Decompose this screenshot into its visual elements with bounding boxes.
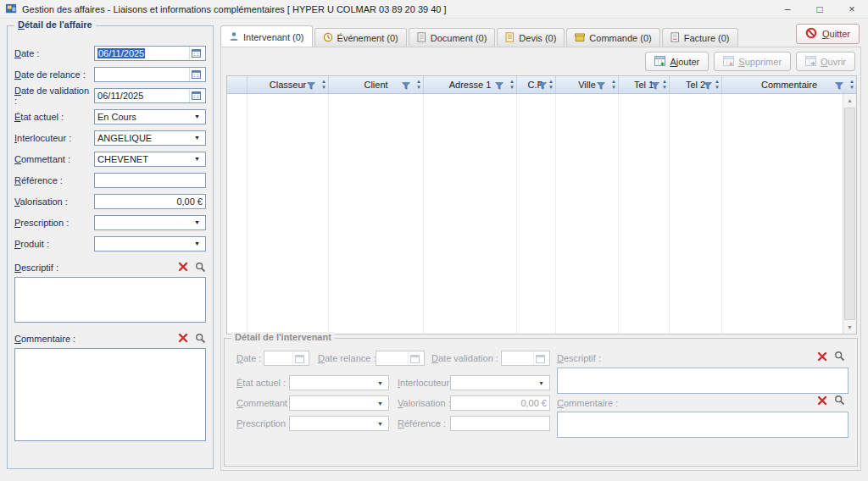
supprimer-button[interactable]: Supprimer (714, 52, 791, 71)
maximize-button[interactable]: □ (804, 0, 836, 19)
prescription-label: Prescription : (14, 218, 69, 228)
int-commettant-select[interactable]: ▼ (289, 395, 389, 411)
open-grid-icon (805, 56, 816, 68)
clear-icon[interactable] (178, 333, 188, 345)
calendar-icon[interactable] (408, 351, 421, 365)
minimize-button[interactable]: – (771, 0, 804, 19)
close-button[interactable]: × (836, 0, 868, 19)
tab-evenement[interactable]: Événement (0) (314, 28, 407, 47)
column-header-tel1[interactable]: Tel 1 ▲▼ (619, 76, 670, 93)
int-reference-input[interactable] (450, 416, 550, 431)
calendar-icon[interactable] (292, 351, 306, 365)
int-descriptif-label: Descriptif : (557, 353, 601, 363)
date-validation-field[interactable]: 06/11/2025 (94, 88, 206, 103)
tab-facture[interactable]: Facture (0) (662, 28, 738, 47)
filter-icon[interactable] (307, 81, 315, 91)
titlebar: Gestion des affaires - Liaisons et infor… (0, 0, 868, 19)
int-date-field[interactable] (264, 351, 309, 366)
int-date-validation-label: Date validation : (431, 353, 498, 363)
commettant-select[interactable]: CHEVENET ▼ (94, 152, 206, 167)
sort-icons[interactable]: ▲▼ (715, 79, 720, 91)
tab-document[interactable]: Document (0) (409, 28, 496, 47)
zoom-icon[interactable] (195, 333, 206, 346)
column-header-commentaire[interactable]: Commentaire ▲▼ (722, 76, 856, 93)
grid-body-empty[interactable] (227, 94, 843, 334)
tab-intervenant[interactable]: Intervenant (0) (220, 25, 313, 47)
calendar-icon[interactable] (189, 68, 203, 81)
filter-icon[interactable] (538, 81, 547, 91)
scroll-down-icon[interactable]: ▼ (843, 321, 856, 334)
scroll-up-icon[interactable]: ▲ (843, 94, 856, 107)
vertical-scrollbar[interactable]: ▲ ▼ (843, 94, 856, 334)
quitter-button[interactable]: Quitter (796, 24, 860, 44)
intervenant-panel-title: Détail de l'intervenant (231, 332, 335, 342)
interlocuteur-select[interactable]: ANGELIQUE ▼ (94, 130, 206, 146)
etat-actuel-select[interactable]: En Cours ▼ (94, 109, 206, 124)
chevron-down-icon[interactable]: ▼ (536, 380, 547, 386)
sort-icons[interactable]: ▲▼ (509, 79, 515, 91)
clear-icon[interactable] (817, 351, 827, 363)
zoom-icon[interactable] (834, 395, 845, 407)
filter-icon[interactable] (402, 81, 410, 91)
filter-icon[interactable] (495, 81, 504, 91)
ajouter-button[interactable]: Ajouter (645, 52, 709, 71)
zoom-icon[interactable] (834, 351, 845, 363)
chevron-down-icon[interactable]: ▼ (192, 113, 203, 119)
date-field[interactable]: 06/11/2025 (94, 46, 206, 61)
filter-icon[interactable] (651, 81, 659, 91)
add-grid-icon (654, 56, 665, 68)
filter-icon[interactable] (835, 81, 843, 91)
descriptif-textarea[interactable] (14, 277, 206, 323)
sort-icons[interactable]: ▲▼ (416, 79, 421, 91)
int-commentaire-textarea[interactable] (557, 412, 849, 438)
valorisation-input[interactable]: 0,00 € (94, 194, 206, 209)
filter-icon[interactable] (597, 81, 605, 91)
int-date-validation-field[interactable] (501, 351, 550, 366)
column-header-classeur[interactable]: Classeur ▲▼ (248, 76, 329, 93)
int-valorisation-input[interactable]: 0,00 € (450, 395, 550, 411)
sort-icons[interactable]: ▲▼ (849, 79, 854, 91)
chevron-down-icon[interactable]: ▼ (375, 401, 386, 406)
chevron-down-icon[interactable]: ▼ (192, 219, 203, 225)
reference-input[interactable] (94, 173, 206, 188)
chevron-down-icon[interactable]: ▼ (192, 135, 203, 141)
int-interlocuteur-select[interactable]: ▼ (450, 375, 550, 390)
commettant-label: Commettant : (14, 154, 70, 164)
column-header-adresse1[interactable]: Adresse 1 ▲▼ (424, 76, 517, 93)
int-date-relance-label: Date relance : (318, 353, 376, 363)
int-prescription-select[interactable]: ▼ (289, 416, 389, 431)
calendar-icon[interactable] (533, 351, 547, 365)
chevron-down-icon[interactable]: ▼ (192, 240, 203, 246)
sort-icons[interactable]: ▲▼ (662, 79, 667, 91)
calendar-icon[interactable] (189, 89, 203, 102)
int-date-relance-field[interactable] (376, 351, 425, 366)
scrollbar-thumb[interactable] (844, 108, 855, 320)
int-descriptif-textarea[interactable] (557, 368, 849, 394)
ouvrir-button[interactable]: Ouvrir (796, 52, 855, 71)
zoom-icon[interactable] (195, 262, 206, 274)
column-header-tel2[interactable]: Tel 2 ▲▼ (670, 76, 722, 93)
column-header-client[interactable]: Client ▲▼ (329, 76, 424, 93)
chevron-down-icon[interactable]: ▼ (375, 421, 386, 427)
date-relance-field[interactable] (94, 67, 206, 82)
filter-icon[interactable] (704, 81, 712, 91)
sort-icons[interactable]: ▲▼ (611, 79, 616, 91)
produit-select[interactable]: ▼ (94, 236, 206, 252)
commentaire-textarea[interactable] (14, 348, 206, 441)
column-header-ville[interactable]: Ville ▲▼ (556, 76, 619, 93)
chevron-down-icon[interactable]: ▼ (375, 380, 386, 386)
clear-icon[interactable] (817, 395, 827, 407)
prescription-select[interactable]: ▼ (94, 215, 206, 230)
int-commentaire-label: Commentaire : (557, 398, 618, 408)
calendar-icon[interactable] (189, 47, 203, 60)
int-etat-select[interactable]: ▼ (289, 375, 389, 390)
date-relance-label: Date de relance : (14, 69, 86, 80)
clear-icon[interactable] (178, 262, 188, 274)
column-header-cp[interactable]: C.P. ▲▼ (517, 76, 556, 93)
tab-commande[interactable]: Commande (0) (566, 28, 659, 47)
tab-devis[interactable]: Devis (0) (497, 28, 565, 47)
chevron-down-icon[interactable]: ▼ (192, 156, 203, 162)
quote-icon (505, 32, 515, 44)
sort-icons[interactable]: ▲▼ (548, 79, 554, 91)
sort-icons[interactable]: ▲▼ (321, 79, 326, 91)
